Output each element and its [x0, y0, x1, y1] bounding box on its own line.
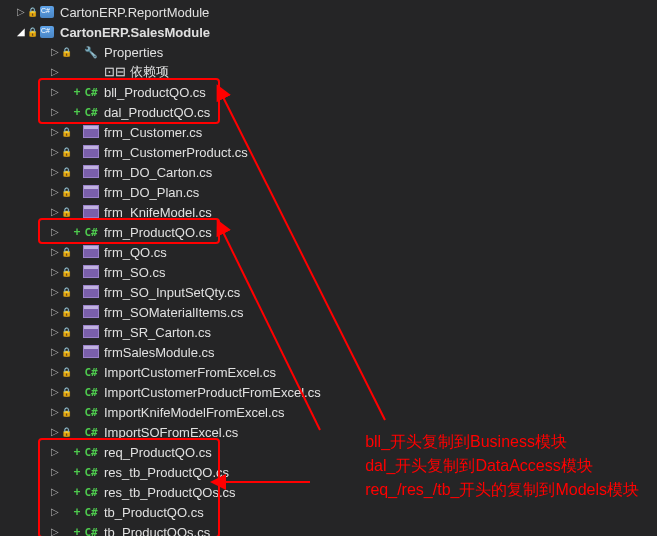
- tree-item[interactable]: ▷+C#res_tb_ProductQOs.cs: [0, 482, 657, 502]
- item-label: ImportSOFromExcel.cs: [104, 425, 238, 440]
- project-icon: [38, 6, 56, 18]
- expander-icon[interactable]: ▷: [50, 287, 60, 297]
- tree-item[interactable]: ▷+C#res_tb_ProductQO.cs: [0, 462, 657, 482]
- tree-item[interactable]: ▷🔒frm_QO.cs: [0, 242, 657, 262]
- expander-icon[interactable]: ▷: [50, 267, 60, 277]
- item-label: tb_ProductQOs.cs: [104, 525, 210, 537]
- tree-item[interactable]: ▷🔒frm_Customer.cs: [0, 122, 657, 142]
- properties-icon: 🔧: [82, 46, 100, 59]
- lock-icon: 🔒: [26, 7, 38, 17]
- expander-icon[interactable]: ▷: [50, 327, 60, 337]
- plus-icon: +: [72, 525, 82, 536]
- tree-item[interactable]: ▷🔒frm_CustomerProduct.cs: [0, 142, 657, 162]
- item-label: ImportCustomerFromExcel.cs: [104, 365, 276, 380]
- expander-icon[interactable]: ▷: [50, 67, 60, 77]
- csharp-file-icon: C#: [82, 506, 100, 519]
- tree-item[interactable]: ▷+C#tb_ProductQO.cs: [0, 502, 657, 522]
- plus-icon: +: [72, 445, 82, 459]
- expander-icon[interactable]: ▷: [50, 207, 60, 217]
- expander-icon[interactable]: ▷: [50, 307, 60, 317]
- expander-icon[interactable]: ▷: [50, 367, 60, 377]
- tree-item[interactable]: ▷+C#dal_ProductQO.cs: [0, 102, 657, 122]
- tree-item[interactable]: ▷🔒C#ImportKnifeModelFromExcel.cs: [0, 402, 657, 422]
- tree-item[interactable]: ▷🔒frm_DO_Plan.cs: [0, 182, 657, 202]
- item-label: frm_SR_Carton.cs: [104, 325, 211, 340]
- tree-item[interactable]: ▷🔒C#ImportSOFromExcel.cs: [0, 422, 657, 442]
- tree-item-parent-truncated[interactable]: ▷ 🔒 CartonERP.ReportModule: [0, 2, 657, 22]
- lock-icon: 🔒: [60, 367, 72, 377]
- item-label: frm_SO.cs: [104, 265, 165, 280]
- tree-item[interactable]: ▷🔒C#ImportCustomerFromExcel.cs: [0, 362, 657, 382]
- expander-icon[interactable]: ▷: [50, 387, 60, 397]
- expander-icon[interactable]: ▷: [50, 467, 60, 477]
- lock-icon: 🔒: [60, 407, 72, 417]
- expander-icon[interactable]: ▷: [50, 47, 60, 57]
- lock-icon: 🔒: [60, 147, 72, 157]
- form-file-icon: [82, 246, 100, 259]
- expander-icon[interactable]: ▷: [50, 487, 60, 497]
- item-label: frm_ProductQO.cs: [104, 225, 212, 240]
- expander-icon[interactable]: ▷: [50, 87, 60, 97]
- tree-item[interactable]: ▷🔒🔧Properties: [0, 42, 657, 62]
- expander-icon[interactable]: ▷: [50, 507, 60, 517]
- lock-icon: 🔒: [60, 427, 72, 437]
- form-file-icon: [82, 166, 100, 179]
- tree-item[interactable]: ▷🔒frmSalesModule.cs: [0, 342, 657, 362]
- form-file-icon: [82, 186, 100, 199]
- tree-item[interactable]: ▷+C#frm_ProductQO.cs: [0, 222, 657, 242]
- lock-icon: 🔒: [60, 267, 72, 277]
- item-label: frmSalesModule.cs: [104, 345, 215, 360]
- csharp-file-icon: C#: [82, 366, 100, 379]
- plus-icon: +: [72, 105, 82, 119]
- tree-item-project[interactable]: ◢ 🔒 CartonERP.SalesModule: [0, 22, 657, 42]
- expander-icon[interactable]: ▷: [50, 107, 60, 117]
- expander-icon[interactable]: ▷: [50, 167, 60, 177]
- csharp-file-icon: C#: [82, 466, 100, 479]
- plus-icon: +: [72, 225, 82, 239]
- item-label: ⊡⊟ 依赖项: [104, 63, 169, 81]
- expander-icon[interactable]: ▷: [50, 247, 60, 257]
- expander-icon[interactable]: ▷: [50, 187, 60, 197]
- expander-icon[interactable]: ▷: [50, 147, 60, 157]
- item-label: ImportKnifeModelFromExcel.cs: [104, 405, 285, 420]
- lock-icon: 🔒: [60, 167, 72, 177]
- csharp-file-icon: C#: [82, 226, 100, 239]
- tree-item[interactable]: ▷+C#req_ProductQO.cs: [0, 442, 657, 462]
- expander-icon[interactable]: ▷: [50, 407, 60, 417]
- tree-item[interactable]: ▷🔒frm_SO.cs: [0, 262, 657, 282]
- tree-item[interactable]: ▷+C#bll_ProductQO.cs: [0, 82, 657, 102]
- lock-icon: 🔒: [60, 187, 72, 197]
- item-label: CartonERP.SalesModule: [60, 25, 210, 40]
- item-label: frm_DO_Carton.cs: [104, 165, 212, 180]
- expander-icon[interactable]: ◢: [16, 27, 26, 37]
- item-label: res_tb_ProductQO.cs: [104, 465, 229, 480]
- item-label: dal_ProductQO.cs: [104, 105, 210, 120]
- tree-item[interactable]: ▷🔒frm_SR_Carton.cs: [0, 322, 657, 342]
- form-file-icon: [82, 146, 100, 159]
- tree-item[interactable]: ▷🔒frm_SOMaterialItems.cs: [0, 302, 657, 322]
- lock-icon: 🔒: [60, 327, 72, 337]
- tree-item[interactable]: ▷🔒frm_KnifeModel.cs: [0, 202, 657, 222]
- csharp-file-icon: C#: [82, 446, 100, 459]
- expander-icon[interactable]: ▷: [16, 7, 26, 17]
- expander-icon[interactable]: ▷: [50, 527, 60, 536]
- form-file-icon: [82, 286, 100, 299]
- expander-icon[interactable]: ▷: [50, 127, 60, 137]
- form-file-icon: [82, 266, 100, 279]
- tree-item[interactable]: ▷🔒frm_DO_Carton.cs: [0, 162, 657, 182]
- item-label: ImportCustomerProductFromExcel.cs: [104, 385, 321, 400]
- expander-icon[interactable]: ▷: [50, 227, 60, 237]
- tree-item[interactable]: ▷⊡⊟ 依赖项: [0, 62, 657, 82]
- plus-icon: +: [72, 85, 82, 99]
- tree-item[interactable]: ▷🔒C#ImportCustomerProductFromExcel.cs: [0, 382, 657, 402]
- form-file-icon: [82, 346, 100, 359]
- csharp-file-icon: C#: [82, 526, 100, 537]
- expander-icon[interactable]: ▷: [50, 427, 60, 437]
- expander-icon[interactable]: ▷: [50, 347, 60, 357]
- tree-item[interactable]: ▷+C#tb_ProductQOs.cs: [0, 522, 657, 536]
- solution-explorer-tree[interactable]: ▷ 🔒 CartonERP.ReportModule ◢ 🔒 CartonERP…: [0, 0, 657, 536]
- item-label: res_tb_ProductQOs.cs: [104, 485, 236, 500]
- tree-item[interactable]: ▷🔒frm_SO_InputSetQty.cs: [0, 282, 657, 302]
- item-label: frm_DO_Plan.cs: [104, 185, 199, 200]
- expander-icon[interactable]: ▷: [50, 447, 60, 457]
